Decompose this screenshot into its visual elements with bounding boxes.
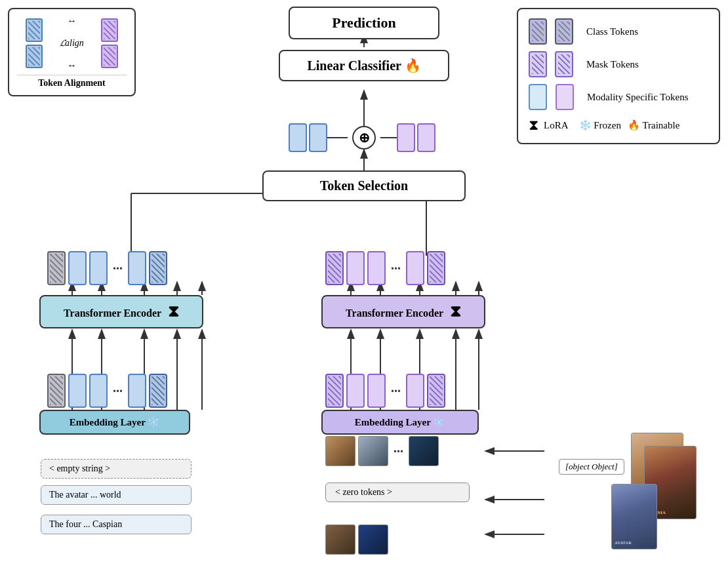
thumb-dots-1: ··· (391, 444, 406, 459)
align-arrows: ↔ 𝓛align ↔ (60, 16, 84, 71)
legend-class-tokens: Class Tokens (529, 18, 708, 45)
align-formula-label: 𝓛align (60, 38, 84, 49)
right-in-tok-5 (427, 374, 445, 408)
modality-tokens-label: Modality Specific Tokens (587, 92, 688, 103)
purple-token-2 (101, 45, 118, 68)
lora-label: LoRA (544, 120, 569, 131)
left-out-tok-5 (149, 251, 167, 285)
right-in-tok-2 (346, 374, 365, 408)
double-arrow-1: ↔ (67, 16, 76, 26)
right-in-tok-3 (367, 374, 386, 408)
empty-string-label: < empty string > (49, 464, 110, 473)
four-caspian-box: The four ... Caspian (41, 515, 192, 534)
left-out-tok-2 (68, 251, 87, 285)
transformer-left-label: Transformer Encoder (64, 307, 161, 319)
transformer-left-lora-icon: ⧗ (168, 303, 179, 320)
embedding-layer-left: Embedding Layer ❄️ (39, 410, 190, 435)
class-token-icon-2 (555, 18, 573, 45)
legend-mask-tokens: Mask Tokens (529, 51, 708, 77)
linear-classifier-label: Linear Classifier 🔥 (307, 58, 420, 73)
right-input-tokens: ··· (325, 374, 445, 408)
thumb-row-2 (325, 524, 388, 555)
thumbnail-sm-2 (358, 524, 388, 555)
right-out-tok-2 (346, 251, 365, 285)
right-in-dots: ··· (388, 384, 403, 399)
transformer-encoder-right: Transformer Encoder ⧗ (321, 295, 485, 328)
transformer-right-label: Transformer Encoder (346, 307, 443, 319)
poster-3: AVATAR (611, 484, 657, 549)
right-in-tok-1 (325, 374, 344, 408)
prediction-box: Prediction (289, 7, 439, 39)
right-out-dots: ··· (388, 261, 403, 276)
plus-circle: ⊕ (352, 126, 376, 149)
thumbnail-3 (409, 436, 439, 466)
poster-area: TITANIC NARNIA AVATAR [object Object] (565, 433, 697, 557)
right-out-tok-1 (325, 251, 344, 285)
embedding-layer-right: Embedding Layer ❄️ (321, 410, 479, 435)
blue-token-2 (26, 45, 43, 68)
mask-tokens-label: Mask Tokens (586, 59, 639, 70)
left-in-tok-4 (128, 374, 146, 408)
left-input-tokens: ··· (47, 374, 167, 408)
left-token-col (26, 18, 43, 68)
left-in-dots: ··· (110, 384, 125, 399)
mask-token-icon-2 (555, 51, 573, 77)
merge-token-right-1 (397, 123, 415, 152)
right-merge-tokens (397, 123, 435, 152)
left-in-tok-2 (68, 374, 87, 408)
double-arrow-2: ↔ (67, 60, 76, 71)
right-out-tok-3 (367, 251, 386, 285)
merge-token-right-2 (417, 123, 435, 152)
legend-box: Class Tokens Mask Tokens Modality Specif… (517, 8, 720, 144)
right-token-col (101, 18, 118, 68)
lora-hourglass-icon: ⧗ (529, 117, 538, 134)
right-output-tokens: ··· (325, 251, 445, 285)
missing-label: [object Object] (559, 459, 624, 475)
legend-lora-row: ⧗ LoRA ❄️ Frozen 🔥 Trainable (529, 117, 708, 134)
left-in-tok-5 (149, 374, 167, 408)
left-out-tok-4 (128, 251, 146, 285)
token-alignment-box: ↔ 𝓛align ↔ Token Alignment (8, 8, 136, 96)
token-selection-label: Token Selection (320, 178, 408, 193)
left-in-tok-1 (47, 374, 66, 408)
token-selection-box: Token Selection (262, 170, 466, 201)
left-merge-tokens (289, 123, 327, 152)
linear-classifier-box: Linear Classifier 🔥 (279, 50, 449, 81)
purple-token-1 (101, 18, 118, 42)
blue-token-1 (26, 18, 43, 42)
prediction-label: Prediction (332, 14, 395, 31)
four-caspian-label: The four ... Caspian (49, 519, 122, 529)
frozen-label: ❄️ Frozen (579, 119, 621, 131)
merge-token-left-2 (309, 123, 327, 152)
right-out-tok-4 (406, 251, 424, 285)
thumb-row-1: ··· (325, 436, 439, 466)
thumbnail-1 (325, 436, 355, 466)
class-tokens-label: Class Tokens (586, 26, 638, 37)
token-alignment-title: Token Alignment (17, 75, 127, 89)
modality-token-icon-2 (556, 84, 574, 110)
merge-token-left-1 (289, 123, 307, 152)
embedding-right-label: Embedding Layer ❄️ (355, 417, 446, 427)
left-out-dots: ··· (110, 261, 125, 276)
modality-token-icon-1 (529, 84, 547, 110)
left-out-tok-3 (89, 251, 108, 285)
mask-token-icon-1 (529, 51, 547, 77)
zero-tokens-box: < zero tokens > (325, 483, 470, 502)
right-in-tok-4 (406, 374, 424, 408)
zero-tokens-label: < zero tokens > (335, 487, 392, 497)
avatar-world-label: The avatar ... world (49, 490, 121, 500)
class-token-icon-1 (529, 18, 547, 45)
left-in-tok-3 (89, 374, 108, 408)
left-output-tokens: ··· (47, 251, 167, 285)
left-out-tok-1 (47, 251, 66, 285)
thumbnail-2 (358, 436, 388, 466)
legend-modality-tokens: Modality Specific Tokens (529, 84, 708, 110)
embedding-left-label: Embedding Layer ❄️ (70, 417, 161, 427)
trainable-label: 🔥 Trainable (628, 119, 679, 131)
avatar-world-box: The avatar ... world (41, 485, 192, 505)
diagram-container: ↔ 𝓛align ↔ Token Alignment Class Tokens (0, 0, 728, 573)
thumbnail-sm-1 (325, 524, 355, 555)
transformer-right-lora-icon: ⧗ (450, 303, 461, 320)
transformer-encoder-left: Transformer Encoder ⧗ (39, 295, 203, 328)
empty-string-box: < empty string > (41, 459, 192, 479)
